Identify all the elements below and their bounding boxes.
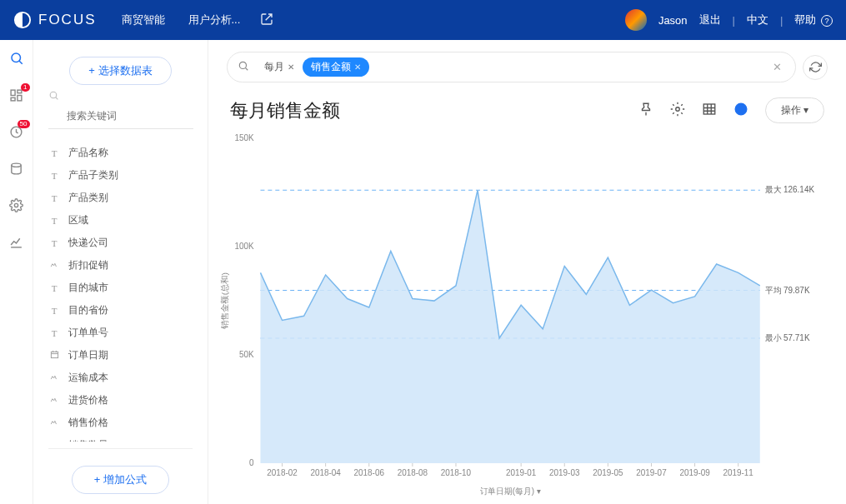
field-list: T产品名称T产品子类别T产品类别T区域T快递公司折扣促销T目的城市T目的省份T订… [48,146,193,442]
svg-text:2018-06: 2018-06 [354,468,385,477]
refresh-button[interactable] [803,55,828,80]
field-item[interactable]: T订单单号 [48,326,193,340]
svg-text:平均 79.87K: 平均 79.87K [765,285,810,294]
svg-text:2019-05: 2019-05 [593,468,623,477]
svg-text:订单日期(每月) ▾: 订单日期(每月) ▾ [480,487,541,496]
keyword-search-input[interactable] [48,105,193,129]
share-icon[interactable] [260,12,273,28]
left-rail: 1 50 [0,40,33,504]
field-label: 销售数量 [68,438,108,442]
query-search-icon [238,60,249,74]
top-bar: FOCUS 商贸智能 用户分析... Jason 退出 | 中文 | 帮助 ? [0,0,846,40]
pin-icon[interactable] [638,102,653,119]
field-type-icon [48,418,60,428]
svg-point-9 [50,92,57,98]
main-area: 每月 ✕销售金额 ✕ ✕ 每月销售金额 操作 ▾ 050K100K150K最大 … [208,40,846,504]
field-type-icon: T [48,306,60,316]
field-type-icon [48,261,60,271]
field-type-icon: T [48,283,60,293]
svg-rect-2 [11,90,15,95]
field-type-icon: T [48,216,60,226]
settings-icon[interactable] [670,102,685,119]
svg-text:150K: 150K [234,133,253,142]
avatar[interactable] [625,9,647,31]
operations-button[interactable]: 操作 ▾ [765,97,824,123]
field-item[interactable]: T产品子类别 [48,168,193,182]
side-panel: +选择数据表 T产品名称T产品子类别T产品类别T区域T快递公司折扣促销T目的城市… [33,40,208,504]
field-item[interactable]: T快递公司 [48,236,193,250]
rail-settings-icon[interactable] [8,197,25,213]
field-label: 运输成本 [68,371,108,385]
chevron-down-icon: ▾ [803,104,808,116]
token-remove-icon[interactable]: ✕ [288,62,294,72]
chart-type-icon[interactable] [733,102,748,119]
svg-text:50K: 50K [239,350,254,359]
rail-badge-2: 50 [18,120,30,128]
field-item[interactable]: T产品名称 [48,146,193,160]
field-item[interactable]: 销售数量 [48,438,193,442]
svg-text:2018-04: 2018-04 [310,468,341,477]
brand-icon [13,11,32,29]
query-bar: 每月 ✕销售金额 ✕ ✕ [208,40,846,82]
svg-marker-24 [260,190,759,463]
rail-dashboard-icon[interactable]: 1 [8,87,25,103]
add-formula-button[interactable]: +增加公式 [72,466,170,494]
brand-logo[interactable]: FOCUS [13,11,97,29]
select-table-button[interactable]: +选择数据表 [69,57,172,85]
rail-data-icon[interactable] [8,160,25,177]
field-label: 销售价格 [68,416,108,430]
user-name[interactable]: Jason [658,14,688,27]
svg-point-7 [12,163,21,167]
svg-text:最大 126.14K: 最大 126.14K [765,185,815,194]
user-area: Jason 退出 | 中文 | 帮助 ? [625,9,833,31]
help-icon: ? [821,15,833,27]
field-item[interactable]: 销售价格 [48,416,193,430]
field-type-icon: T [48,193,60,203]
svg-text:2019-03: 2019-03 [549,468,580,477]
svg-text:0: 0 [249,458,254,467]
table-icon[interactable] [702,102,717,119]
svg-text:2019-07: 2019-07 [636,468,667,477]
field-item[interactable]: T区域 [48,213,193,227]
svg-text:2019-09: 2019-09 [679,468,710,477]
rail-trend-icon[interactable] [8,233,25,250]
brand-text: FOCUS [38,12,97,28]
rail-search-icon[interactable] [8,50,25,67]
field-label: 产品名称 [68,146,108,160]
query-clear-icon[interactable]: ✕ [769,61,785,73]
query-input[interactable]: 每月 ✕销售金额 ✕ ✕ [227,52,796,82]
query-token[interactable]: 每月 ✕ [256,57,303,77]
field-item[interactable]: 进货价格 [48,393,193,407]
svg-point-11 [239,62,246,68]
field-item[interactable]: T目的城市 [48,281,193,295]
field-item[interactable]: T产品类别 [48,191,193,205]
svg-rect-5 [11,97,15,101]
query-token[interactable]: 销售金额 ✕ [303,57,369,77]
field-label: 订单单号 [68,326,108,340]
svg-point-1 [12,53,21,62]
field-item[interactable]: 折扣促销 [48,258,193,272]
field-label: 进货价格 [68,393,108,407]
lang-toggle[interactable]: 中文 [747,12,768,27]
nav-tab-user-analysis[interactable]: 用户分析... [188,12,241,27]
field-label: 折扣促销 [68,258,108,272]
field-item[interactable]: 运输成本 [48,371,193,385]
field-item[interactable]: 订单日期 [48,348,193,362]
field-label: 产品类别 [68,191,108,205]
field-label: 目的城市 [68,281,108,295]
rail-alert-icon[interactable]: 50 [8,123,25,140]
svg-text:100K: 100K [234,242,253,251]
field-type-icon [48,396,60,406]
svg-text:2018-02: 2018-02 [267,468,298,477]
help-link[interactable]: 帮助 ? [794,12,833,27]
svg-rect-4 [18,95,22,100]
field-item[interactable]: T目的省份 [48,303,193,317]
field-type-icon: T [48,328,60,338]
chart: 050K100K150K最大 126.14K平均 79.87K最小 57.71K… [208,130,846,504]
logout-link[interactable]: 退出 [699,12,721,27]
nav-tab-bi[interactable]: 商贸智能 [122,12,165,27]
field-type-icon [48,373,60,383]
svg-text:2019-11: 2019-11 [723,468,754,477]
token-remove-icon[interactable]: ✕ [354,62,361,72]
svg-text:最小 57.71K: 最小 57.71K [765,333,810,342]
